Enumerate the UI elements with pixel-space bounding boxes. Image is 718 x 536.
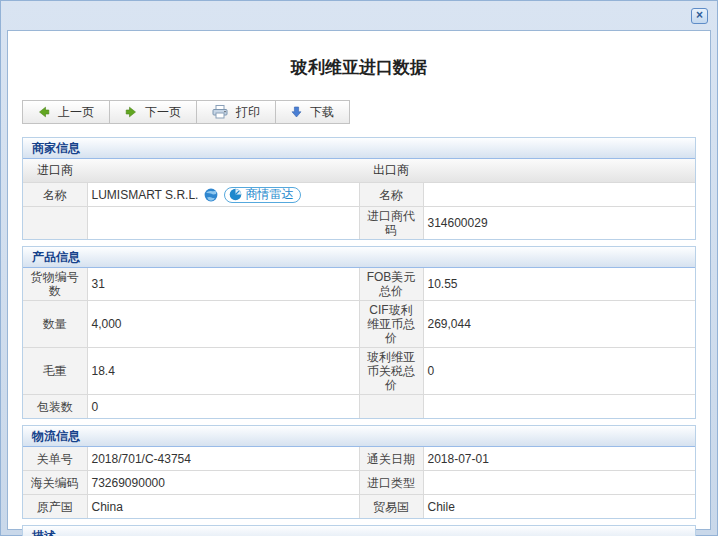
field-value: 0	[423, 348, 695, 395]
section-logistics-title: 物流信息	[23, 426, 695, 447]
field-value: 2018/701/C-43754	[87, 447, 359, 471]
section-description-title: 描述	[23, 526, 695, 536]
prev-page-label: 上一页	[58, 104, 94, 121]
field-label: FOB美元总价	[359, 268, 423, 301]
toolbar: 上一页 下一页 打印	[22, 100, 710, 124]
table-row: 原产国 China 贸易国 Chile	[23, 495, 695, 519]
printer-icon	[212, 105, 228, 119]
field-label: 海关编码	[23, 471, 87, 495]
product-table: 货物编号数 31 FOB美元总价 10.55 数量 4,000 CIF玻利维亚币…	[23, 268, 695, 418]
download-label: 下载	[310, 104, 334, 121]
field-label: 数量	[23, 301, 87, 348]
table-row: 货物编号数 31 FOB美元总价 10.55	[23, 268, 695, 301]
field-value	[423, 471, 695, 495]
empty-label-cell	[23, 207, 87, 240]
arrow-left-icon	[38, 106, 50, 118]
table-row: 包装数 0	[23, 395, 695, 419]
table-row: 毛重 18.4 玻利维亚币关税总价 0	[23, 348, 695, 395]
section-product: 产品信息 货物编号数 31 FOB美元总价 10.55 数量 4,000 CIF…	[22, 246, 696, 419]
dialog-window: × 玻利维亚进口数据 上一页 下一页	[0, 0, 718, 536]
section-description: 描述 产品描述 SUJETARDOR CONECTOR PARA TUBOS L…	[22, 525, 696, 536]
globe-icon[interactable]	[204, 188, 218, 202]
sections-container: 商家信息 进口商 出口商 名称 LUMISMART S.R.L.	[22, 137, 696, 536]
print-label: 打印	[236, 104, 260, 121]
section-product-title: 产品信息	[23, 247, 695, 268]
importer-name: LUMISMART S.R.L.	[92, 188, 199, 202]
field-label: 包装数	[23, 395, 87, 419]
dialog-content-panel: 玻利维亚进口数据 上一页 下一页	[7, 30, 711, 530]
logistics-table: 关单号 2018/701/C-43754 通关日期 2018-07-01 海关编…	[23, 447, 695, 518]
table-row: 名称 LUMISMART S.R.L.	[23, 183, 695, 207]
importer-header: 进口商	[23, 159, 87, 183]
merchant-header-row: 进口商 出口商	[23, 159, 695, 183]
radar-badge[interactable]: 商情雷达	[224, 187, 301, 203]
next-page-label: 下一页	[145, 104, 181, 121]
importer-code-value: 314600029	[423, 207, 695, 240]
field-label: 贸易国	[359, 495, 423, 519]
empty-value-cell	[87, 207, 359, 240]
table-row: 进口商代码 314600029	[23, 207, 695, 240]
field-label: 关单号	[23, 447, 87, 471]
radar-badge-label: 商情雷达	[245, 186, 293, 203]
download-button[interactable]: 下载	[275, 100, 350, 124]
field-label: 原产国	[23, 495, 87, 519]
section-merchant-title: 商家信息	[23, 138, 695, 159]
section-merchant: 商家信息 进口商 出口商 名称 LUMISMART S.R.L.	[22, 137, 696, 240]
importer-code-label: 进口商代码	[359, 207, 423, 240]
arrow-down-icon	[291, 106, 302, 118]
field-value: 18.4	[87, 348, 359, 395]
field-value: 0	[87, 395, 359, 419]
field-value	[423, 395, 695, 419]
radar-icon	[229, 188, 242, 201]
arrow-right-icon	[125, 106, 137, 118]
section-logistics: 物流信息 关单号 2018/701/C-43754 通关日期 2018-07-0…	[22, 425, 696, 519]
importer-header-spacer	[87, 159, 359, 183]
field-value: 2018-07-01	[423, 447, 695, 471]
field-value: 10.55	[423, 268, 695, 301]
exporter-header: 出口商	[359, 159, 423, 183]
field-value: 73269090000	[87, 471, 359, 495]
merchant-table: 进口商 出口商 名称 LUMISMART S.R.L.	[23, 159, 695, 239]
exporter-header-spacer	[423, 159, 695, 183]
field-value: 4,000	[87, 301, 359, 348]
field-value: China	[87, 495, 359, 519]
table-row: 数量 4,000 CIF玻利维亚币总价 269,044	[23, 301, 695, 348]
prev-page-button[interactable]: 上一页	[22, 100, 110, 124]
field-value: 269,044	[423, 301, 695, 348]
field-label	[359, 395, 423, 419]
field-value: Chile	[423, 495, 695, 519]
field-label: 通关日期	[359, 447, 423, 471]
importer-name-cell: LUMISMART S.R.L.	[87, 183, 359, 207]
table-row: 海关编码 73269090000 进口类型	[23, 471, 695, 495]
importer-name-label: 名称	[23, 183, 87, 207]
close-icon[interactable]: ×	[691, 8, 708, 24]
next-page-button[interactable]: 下一页	[109, 100, 197, 124]
field-label: 进口类型	[359, 471, 423, 495]
exporter-name-label: 名称	[359, 183, 423, 207]
field-label: 毛重	[23, 348, 87, 395]
print-button[interactable]: 打印	[196, 100, 276, 124]
field-value: 31	[87, 268, 359, 301]
field-label: 货物编号数	[23, 268, 87, 301]
table-row: 关单号 2018/701/C-43754 通关日期 2018-07-01	[23, 447, 695, 471]
field-label: CIF玻利维亚币总价	[359, 301, 423, 348]
exporter-name-cell	[423, 183, 695, 207]
page-title: 玻利维亚进口数据	[8, 56, 710, 79]
field-label: 玻利维亚币关税总价	[359, 348, 423, 395]
